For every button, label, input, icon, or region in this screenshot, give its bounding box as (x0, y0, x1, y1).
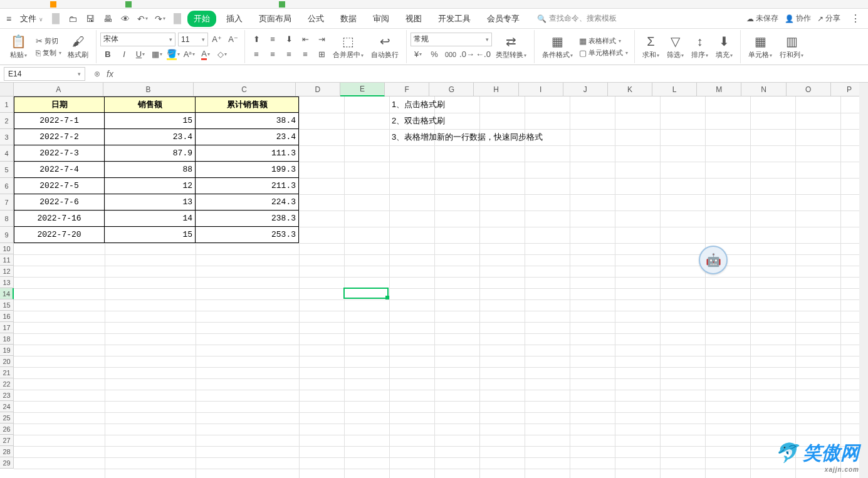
border-icon[interactable]: ▦ (149, 48, 164, 61)
table-cell[interactable]: 2022-7-20 (14, 227, 105, 243)
align-left-icon[interactable]: ≡ (249, 48, 264, 61)
row-header-18[interactable]: 18 (0, 333, 14, 345)
table-header-cell[interactable]: 累计销售额 (196, 96, 299, 113)
table-cell[interactable]: 253.3 (196, 227, 299, 243)
row-header-11[interactable]: 11 (0, 254, 14, 266)
increase-font-icon[interactable]: A⁺ (209, 33, 224, 46)
row-header-10[interactable]: 10 (0, 243, 14, 254)
row-header-23[interactable]: 23 (0, 390, 14, 401)
table-cell[interactable]: 111.3 (196, 145, 299, 162)
row-header-20[interactable]: 20 (0, 356, 14, 367)
decrease-font-icon[interactable]: A⁻ (226, 33, 241, 46)
decrease-decimal-icon[interactable]: ←.0 (476, 48, 491, 61)
copy-button[interactable]: ⎘复制 (33, 48, 64, 58)
redo-icon[interactable]: ↷ (154, 12, 167, 26)
row-header-2[interactable]: 2 (0, 113, 14, 129)
row-header-15[interactable]: 15 (0, 299, 14, 311)
table-cell[interactable]: 2022-7-5 (14, 178, 105, 194)
col-header-A[interactable]: A (14, 83, 103, 96)
tab-member[interactable]: 会员专享 (481, 11, 526, 27)
row-header-24[interactable]: 24 (0, 401, 14, 412)
file-menu[interactable]: 文件 ∨ (18, 12, 46, 26)
table-cell[interactable]: 88 (105, 162, 196, 178)
undo-icon[interactable]: ↶ (136, 12, 150, 26)
row-header-16[interactable]: 16 (0, 311, 14, 322)
col-header-M[interactable]: M (697, 83, 741, 96)
row-header-26[interactable]: 26 (0, 423, 14, 435)
note-cell[interactable]: 1、点击格式刷 (389, 96, 447, 113)
cell-button[interactable]: ▦单元格 (745, 33, 776, 61)
format-painter-button[interactable]: 🖌格式刷 (64, 33, 92, 61)
row-header-29[interactable]: 29 (0, 457, 14, 469)
collaborate-button[interactable]: 👤协作 (785, 13, 811, 24)
row-header-8[interactable]: 8 (0, 210, 14, 227)
table-cell[interactable]: 211.3 (196, 178, 299, 194)
row-header-12[interactable]: 12 (0, 266, 14, 277)
table-cell[interactable]: 238.3 (196, 210, 299, 227)
tab-review[interactable]: 审阅 (367, 11, 395, 27)
table-cell[interactable]: 12 (105, 178, 196, 194)
increase-decimal-icon[interactable]: .0→ (459, 48, 474, 61)
tab-view[interactable]: 视图 (399, 11, 428, 27)
type-convert-button[interactable]: ⇄类型转换 (492, 33, 530, 61)
percent-icon[interactable]: % (427, 48, 442, 61)
justify-icon[interactable]: ≡ (298, 48, 313, 61)
row-header-14[interactable]: 14 (0, 288, 14, 299)
spreadsheet-grid[interactable]: ABCDEFGHIJKLMNOP 12345678910111213141516… (0, 83, 868, 478)
open-icon[interactable]: 🗀 (66, 12, 80, 26)
vertical-scrollbar[interactable] (859, 83, 868, 478)
align-middle-icon[interactable]: ≡ (265, 33, 280, 46)
hamburger-icon[interactable]: ≡ (4, 13, 14, 25)
row-header-9[interactable]: 9 (0, 227, 14, 243)
col-header-K[interactable]: K (608, 83, 652, 96)
col-header-B[interactable]: B (103, 83, 193, 96)
row-col-button[interactable]: ▥行和列 (776, 33, 807, 61)
table-cell[interactable]: 199.3 (196, 162, 299, 178)
col-header-I[interactable]: I (519, 83, 563, 96)
tab-developer[interactable]: 开发工具 (432, 11, 477, 27)
row-header-13[interactable]: 13 (0, 277, 14, 288)
tab-insert[interactable]: 插入 (220, 11, 249, 27)
tab-start[interactable]: 开始 (187, 11, 216, 27)
col-header-L[interactable]: L (652, 83, 697, 96)
table-cell[interactable]: 23.4 (105, 129, 196, 145)
row-header-19[interactable]: 19 (0, 345, 14, 356)
table-cell[interactable]: 13 (105, 194, 196, 210)
font-family-combo[interactable]: 宋体▾ (100, 33, 175, 46)
table-cell[interactable]: 2022-7-2 (14, 129, 105, 145)
align-center-icon[interactable]: ≡ (265, 48, 280, 61)
tab-formulas[interactable]: 公式 (301, 11, 330, 27)
col-header-J[interactable]: J (563, 83, 608, 96)
bold-icon[interactable]: B (100, 48, 115, 61)
col-header-C[interactable]: C (194, 83, 296, 96)
row-header-4[interactable]: 4 (0, 145, 14, 162)
fill-button[interactable]: ⬇填充 (712, 33, 736, 61)
currency-icon[interactable]: ¥ (410, 48, 426, 61)
row-header-28[interactable]: 28 (0, 446, 14, 457)
align-right-icon[interactable]: ≡ (281, 48, 296, 61)
table-cell[interactable]: 15 (105, 227, 196, 243)
share-button[interactable]: ↗分享 (817, 13, 840, 24)
table-header-cell[interactable]: 日期 (14, 96, 105, 113)
table-cell[interactable]: 87.9 (105, 145, 196, 162)
sum-button[interactable]: Σ求和 (639, 33, 663, 61)
number-format-combo[interactable]: 常规▾ (410, 33, 492, 46)
command-search[interactable]: 🔍 查找命令、搜索模板 (537, 13, 617, 24)
table-cell[interactable]: 2022-7-6 (14, 194, 105, 210)
sort-button[interactable]: ↕排序 (688, 33, 712, 61)
row-header-27[interactable]: 27 (0, 435, 14, 446)
table-cell[interactable]: 2022-7-16 (14, 210, 105, 227)
print-icon[interactable]: 🖶 (101, 12, 115, 26)
cancel-formula-icon[interactable]: ⊗ (94, 70, 100, 78)
wrap-text-button[interactable]: ↩自动换行 (367, 33, 402, 61)
col-header-H[interactable]: H (474, 83, 518, 96)
row-header-22[interactable]: 22 (0, 378, 14, 390)
table-cell[interactable]: 224.3 (196, 194, 299, 210)
col-header-N[interactable]: N (741, 83, 786, 96)
more-menu-icon[interactable]: ⋮ (847, 13, 864, 24)
distribute-icon[interactable]: ⊞ (314, 48, 329, 61)
row-header-21[interactable]: 21 (0, 367, 14, 378)
tab-page-layout[interactable]: 页面布局 (253, 11, 298, 27)
increase-indent-icon[interactable]: ⇥ (314, 33, 329, 46)
formula-input[interactable] (118, 67, 868, 81)
